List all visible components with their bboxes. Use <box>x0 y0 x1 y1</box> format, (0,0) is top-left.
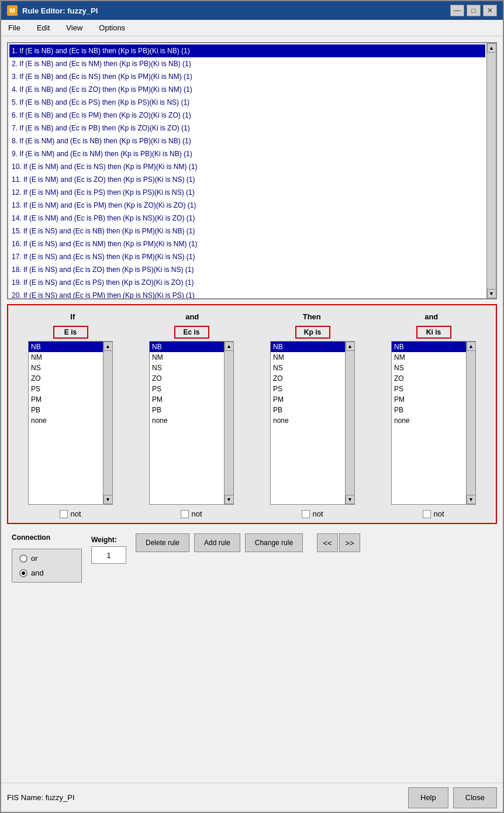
kp-listbox[interactable]: NBNMNSZOPSPMPBnone ▲ ▼ <box>270 341 355 505</box>
listbox-item[interactable]: PM <box>29 394 103 405</box>
nav-prev-button[interactable]: << <box>317 533 338 552</box>
listbox-item[interactable]: none <box>150 415 224 426</box>
rule-item[interactable]: 1. If (E is NB) and (Ec is NB) then (Kp … <box>9 44 485 57</box>
delete-rule-button[interactable]: Delete rule <box>136 533 189 552</box>
listbox-item[interactable]: PS <box>392 384 466 394</box>
listbox-item[interactable]: PB <box>29 405 103 415</box>
rule-item[interactable]: 20. If (E is NS) and (Ec is PM) then (Kp… <box>9 289 485 298</box>
scroll-down-btn[interactable]: ▼ <box>487 289 496 298</box>
rule-item[interactable]: 6. If (E is NB) and (Ec is PM) then (Kp … <box>9 109 485 122</box>
menu-view[interactable]: View <box>64 22 85 33</box>
listbox-item[interactable]: NM <box>271 352 345 363</box>
ec-listbox-inner[interactable]: NBNMNSZOPSPMPBnone <box>150 342 224 504</box>
listbox-item[interactable]: NS <box>150 363 224 373</box>
e-scroll-down[interactable]: ▼ <box>103 495 113 504</box>
kp-scroll-up[interactable]: ▲ <box>346 342 355 351</box>
status-bar: FIS Name: fuzzy_PI Help Close <box>1 783 503 812</box>
rules-list[interactable]: 1. If (E is NB) and (Ec is NB) then (Kp … <box>8 43 486 298</box>
listbox-item[interactable]: NM <box>392 352 466 363</box>
listbox-item[interactable]: ZO <box>392 373 466 384</box>
menu-file[interactable]: File <box>6 22 23 33</box>
minimize-button[interactable]: — <box>450 5 464 16</box>
listbox-item[interactable]: PM <box>150 394 224 405</box>
e-listbox[interactable]: NBNMNSZOPSPMPBnone ▲ ▼ <box>28 341 113 505</box>
listbox-item[interactable]: NS <box>29 363 103 373</box>
listbox-item[interactable]: PS <box>271 384 345 394</box>
rule-item[interactable]: 15. If (E is NS) and (Ec is NB) then (Kp… <box>9 225 485 237</box>
e-listbox-inner[interactable]: NBNMNSZOPSPMPBnone <box>29 342 103 504</box>
rule-item[interactable]: 2. If (E is NB) and (Ec is NM) then (Kp … <box>9 57 485 70</box>
help-button[interactable]: Help <box>408 787 448 808</box>
or-radio[interactable] <box>19 554 27 563</box>
close-button-status[interactable]: Close <box>453 787 497 808</box>
kp-not-checkbox[interactable] <box>302 510 310 518</box>
listbox-item[interactable]: PB <box>392 405 466 415</box>
ki-listbox-inner[interactable]: NBNMNSZOPSPMPBnone <box>392 342 466 504</box>
and-radio[interactable] <box>19 569 27 577</box>
kp-scrollbar[interactable]: ▲ ▼ <box>345 342 354 504</box>
listbox-item[interactable]: ZO <box>29 373 103 384</box>
rules-scrollbar[interactable]: ▲ ▼ <box>486 43 496 298</box>
listbox-item[interactable]: PS <box>150 384 224 394</box>
listbox-item[interactable]: none <box>392 415 466 426</box>
or-radio-item[interactable]: or <box>19 554 74 563</box>
rule-item[interactable]: 13. If (E is NM) and (Ec is PM) then (Kp… <box>9 199 485 212</box>
listbox-item[interactable]: NM <box>29 352 103 363</box>
listbox-item[interactable]: none <box>29 415 103 426</box>
weight-input[interactable] <box>91 546 126 564</box>
rule-item[interactable]: 11. If (E is NM) and (Ec is ZO) then (Kp… <box>9 173 485 186</box>
rule-item[interactable]: 19. If (E is NS) and (Ec is PS) then (Kp… <box>9 276 485 289</box>
rule-item[interactable]: 3. If (E is NB) and (Ec is NS) then (Kp … <box>9 70 485 83</box>
listbox-item[interactable]: PB <box>271 405 345 415</box>
rule-item[interactable]: 8. If (E is NM) and (Ec is NB) then (Kp … <box>9 135 485 147</box>
ki-listbox[interactable]: NBNMNSZOPSPMPBnone ▲ ▼ <box>391 341 476 505</box>
scroll-up-btn[interactable]: ▲ <box>487 43 496 53</box>
listbox-item[interactable]: NS <box>271 363 345 373</box>
listbox-item[interactable]: none <box>271 415 345 426</box>
rule-item[interactable]: 16. If (E is NS) and (Ec is NM) then (Kp… <box>9 237 485 250</box>
listbox-item[interactable]: PM <box>271 394 345 405</box>
ec-scroll-down[interactable]: ▼ <box>225 495 234 504</box>
ki-scrollbar[interactable]: ▲ ▼ <box>466 342 475 504</box>
listbox-item[interactable]: PB <box>150 405 224 415</box>
listbox-item[interactable]: PM <box>392 394 466 405</box>
listbox-item[interactable]: NM <box>150 352 224 363</box>
ec-not-checkbox[interactable] <box>181 510 189 518</box>
kp-listbox-inner[interactable]: NBNMNSZOPSPMPBnone <box>271 342 345 504</box>
e-not-checkbox[interactable] <box>60 510 68 518</box>
rule-item[interactable]: 14. If (E is NM) and (Ec is PB) then (Kp… <box>9 212 485 225</box>
ki-scroll-up[interactable]: ▲ <box>467 342 476 351</box>
listbox-item[interactable]: NB <box>392 342 466 352</box>
and-radio-item[interactable]: and <box>19 569 74 577</box>
listbox-item[interactable]: NS <box>392 363 466 373</box>
nav-next-button[interactable]: >> <box>339 533 360 552</box>
rule-item[interactable]: 7. If (E is NB) and (Ec is PB) then (Kp … <box>9 122 485 135</box>
change-rule-button[interactable]: Change rule <box>245 533 303 552</box>
kp-scroll-down[interactable]: ▼ <box>346 495 355 504</box>
rule-item[interactable]: 10. If (E is NM) and (Ec is NS) then (Kp… <box>9 160 485 173</box>
listbox-item[interactable]: PS <box>29 384 103 394</box>
maximize-button[interactable]: □ <box>467 5 481 16</box>
menu-edit[interactable]: Edit <box>34 22 52 33</box>
ki-not-checkbox[interactable] <box>423 510 431 518</box>
e-scrollbar[interactable]: ▲ ▼ <box>103 342 112 504</box>
rule-item[interactable]: 12. If (E is NM) and (Ec is PS) then (Kp… <box>9 186 485 199</box>
close-button[interactable]: ✕ <box>483 5 497 16</box>
add-rule-button[interactable]: Add rule <box>194 533 240 552</box>
listbox-item[interactable]: ZO <box>271 373 345 384</box>
listbox-item[interactable]: NB <box>150 342 224 352</box>
menu-options[interactable]: Options <box>96 22 127 33</box>
rule-item[interactable]: 5. If (E is NB) and (Ec is PS) then (Kp … <box>9 96 485 109</box>
rule-item[interactable]: 4. If (E is NB) and (Ec is ZO) then (Kp … <box>9 83 485 96</box>
e-scroll-up[interactable]: ▲ <box>103 342 113 351</box>
listbox-item[interactable]: NB <box>271 342 345 352</box>
listbox-item[interactable]: ZO <box>150 373 224 384</box>
ec-scroll-up[interactable]: ▲ <box>225 342 234 351</box>
rule-item[interactable]: 17. If (E is NS) and (Ec is NS) then (Kp… <box>9 250 485 263</box>
rule-item[interactable]: 18. If (E is NS) and (Ec is ZO) then (Kp… <box>9 263 485 276</box>
ec-scrollbar[interactable]: ▲ ▼ <box>224 342 233 504</box>
listbox-item[interactable]: NB <box>29 342 103 352</box>
ec-listbox[interactable]: NBNMNSZOPSPMPBnone ▲ ▼ <box>149 341 234 505</box>
rule-item[interactable]: 9. If (E is NM) and (Ec is NM) then (Kp … <box>9 147 485 160</box>
ki-scroll-down[interactable]: ▼ <box>467 495 476 504</box>
